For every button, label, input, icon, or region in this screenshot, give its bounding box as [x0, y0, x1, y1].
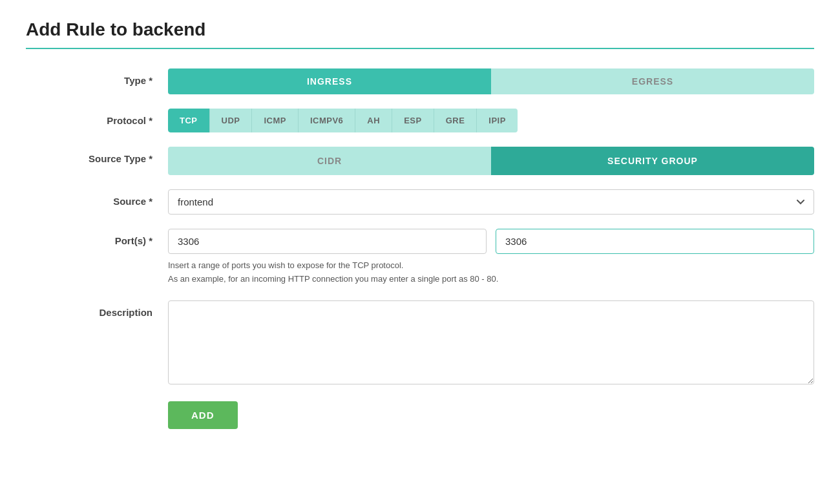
type-toggle-group: INGRESS EGRESS [168, 68, 814, 94]
port-group [168, 229, 814, 254]
protocol-gre-button[interactable]: GRE [434, 109, 477, 132]
port-from-input[interactable] [168, 229, 487, 254]
source-type-toggle-group: CIDR SECURITY GROUP [168, 147, 814, 175]
source-select[interactable]: frontend [168, 189, 814, 215]
protocol-icmpv6-button[interactable]: ICMPV6 [298, 109, 355, 132]
add-button[interactable]: ADD [168, 401, 238, 429]
title-divider [26, 48, 814, 49]
protocol-group: TCP UDP ICMP ICMPV6 AH ESP GRE IPIP [168, 109, 814, 132]
port-hint: Insert a range of ports you wish to expo… [168, 259, 814, 286]
protocol-control: TCP UDP ICMP ICMPV6 AH ESP GRE IPIP [168, 109, 814, 132]
ports-row: Port(s) * Insert a range of ports you wi… [26, 229, 814, 286]
description-textarea[interactable] [168, 300, 814, 384]
protocol-label: Protocol * [26, 109, 168, 126]
source-type-security-group-button[interactable]: SECURITY GROUP [491, 147, 814, 175]
port-to-input[interactable] [496, 229, 814, 254]
source-type-label: Source Type * [26, 147, 168, 164]
protocol-row: Protocol * TCP UDP ICMP ICMPV6 AH ESP GR… [26, 109, 814, 132]
add-button-control: ADD [168, 401, 814, 429]
protocol-icmp-button[interactable]: ICMP [251, 109, 298, 132]
source-type-row: Source Type * CIDR SECURITY GROUP [26, 147, 814, 175]
source-row: Source * frontend [26, 189, 814, 215]
port-hint-line2: As an example, for an incoming HTTP conn… [168, 273, 814, 286]
source-type-cidr-button[interactable]: CIDR [168, 147, 491, 175]
type-ingress-button[interactable]: INGRESS [168, 68, 491, 94]
source-control: frontend [168, 189, 814, 215]
ports-control: Insert a range of ports you wish to expo… [168, 229, 814, 286]
type-egress-button[interactable]: EGRESS [491, 68, 814, 94]
protocol-udp-button[interactable]: UDP [209, 109, 252, 132]
add-button-spacer [26, 401, 168, 408]
source-label: Source * [26, 189, 168, 207]
port-hint-line1: Insert a range of ports you wish to expo… [168, 259, 814, 273]
page-title: Add Rule to backend [26, 19, 814, 40]
protocol-tcp-button[interactable]: TCP [168, 109, 209, 132]
source-type-control: CIDR SECURITY GROUP [168, 147, 814, 175]
description-label: Description [26, 300, 168, 318]
ports-label: Port(s) * [26, 229, 168, 246]
add-button-row: ADD [26, 401, 814, 429]
description-row: Description [26, 300, 814, 387]
protocol-ah-button[interactable]: AH [355, 109, 392, 132]
protocol-esp-button[interactable]: ESP [392, 109, 434, 132]
protocol-ipip-button[interactable]: IPIP [476, 109, 518, 132]
description-control [168, 300, 814, 387]
type-row: Type * INGRESS EGRESS [26, 68, 814, 94]
type-control: INGRESS EGRESS [168, 68, 814, 94]
type-label: Type * [26, 68, 168, 86]
